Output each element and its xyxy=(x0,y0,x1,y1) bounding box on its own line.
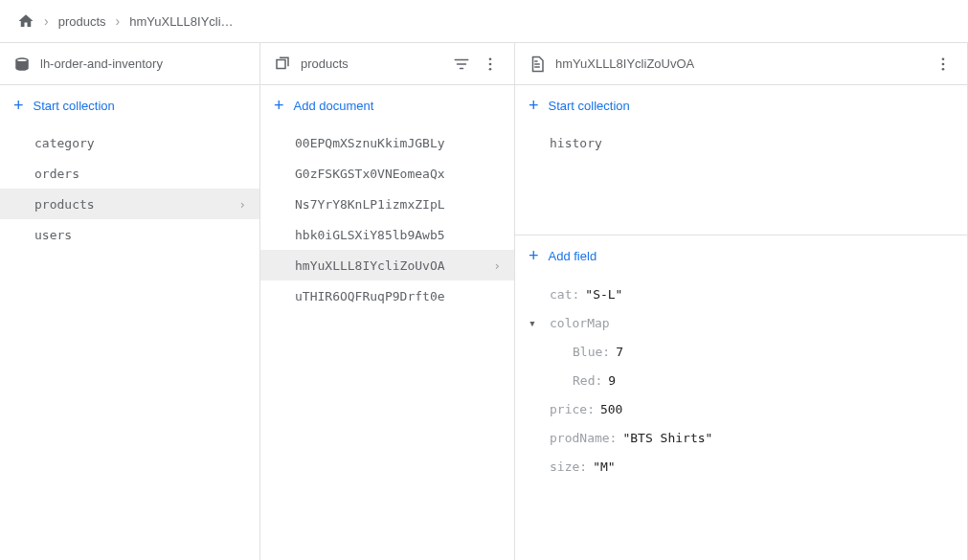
svg-point-1 xyxy=(489,62,492,65)
document-item[interactable]: Ns7YrY8KnLP1izmxZIpL xyxy=(260,189,514,219)
svg-point-3 xyxy=(942,57,945,60)
document-icon xyxy=(529,56,546,73)
database-icon xyxy=(13,56,31,73)
plus-icon: + xyxy=(529,97,539,114)
field-value: "BTS Shirts" xyxy=(622,431,712,445)
subcollection-item[interactable]: history xyxy=(515,127,967,158)
field-key: cat: xyxy=(550,287,579,302)
panel-collection: products + Add document 00EPQmXSznuKkimJ… xyxy=(260,43,515,560)
start-collection-button[interactable]: + Start collection xyxy=(0,85,259,125)
collection-item-label: products xyxy=(34,197,95,212)
chevron-right-icon: › xyxy=(116,13,121,29)
field-key: size: xyxy=(550,459,587,474)
collection-item[interactable]: products› xyxy=(0,189,259,219)
document-item[interactable]: uTHIR6OQFRuqP9Drft0e xyxy=(260,280,514,311)
chevron-right-icon: › xyxy=(238,197,246,212)
field-row[interactable]: cat: "S-L" xyxy=(515,280,967,308)
document-item-label: 00EPQmXSznuKkimJGBLy xyxy=(295,136,445,150)
field-key: prodName: xyxy=(550,431,617,445)
add-document-label: Add document xyxy=(294,99,374,113)
field-value: 500 xyxy=(600,402,622,416)
field-row-map[interactable]: ▾ colorMap xyxy=(515,308,967,337)
add-field-button[interactable]: + Add field xyxy=(515,235,967,276)
collection-list: categoryordersproducts›users xyxy=(0,125,259,250)
start-collection-label: Start collection xyxy=(34,99,115,113)
document-item[interactable]: G0zFSKGSTx0VNEomeaQx xyxy=(260,158,514,189)
collection-item-label: orders xyxy=(34,167,79,181)
collection-icon xyxy=(274,56,291,73)
breadcrumb: › products › hmYuXLLL8IYcli… xyxy=(0,0,968,42)
document-item[interactable]: hbk0iGLSXiY85lb9Awb5 xyxy=(260,219,514,250)
svg-point-2 xyxy=(489,67,492,70)
plus-icon: + xyxy=(529,247,539,264)
panel-document-title: hmYuXLLL8IYcliZoUvOA xyxy=(555,56,925,71)
field-value: 7 xyxy=(616,345,623,359)
collection-item-label: users xyxy=(34,228,72,242)
home-icon[interactable] xyxy=(17,12,34,30)
document-item-label: uTHIR6OQFRuqP9Drft0e xyxy=(295,289,445,303)
add-document-button[interactable]: + Add document xyxy=(260,85,514,125)
subcollection-list: history xyxy=(515,125,967,158)
collection-item[interactable]: orders xyxy=(0,158,259,189)
panel-collection-header: products xyxy=(260,43,514,85)
document-item[interactable]: hmYuXLLL8IYcliZoUvOA› xyxy=(260,250,514,280)
field-key: colorMap xyxy=(550,316,610,330)
chevron-right-icon: › xyxy=(44,13,49,29)
more-icon[interactable] xyxy=(482,56,501,73)
field-value: "S-L" xyxy=(585,287,622,302)
field-row[interactable]: price: 500 xyxy=(515,394,967,423)
collection-item[interactable]: category xyxy=(0,127,259,158)
field-value: 9 xyxy=(608,373,616,388)
field-key: price: xyxy=(550,402,595,416)
field-row-nested[interactable]: Red: 9 xyxy=(515,366,967,394)
start-subcollection-label: Start collection xyxy=(549,99,630,113)
breadcrumb-item[interactable]: hmYuXLLL8IYcli… xyxy=(129,14,233,29)
panel-root: lh-order-and-inventory + Start collectio… xyxy=(0,43,260,560)
svg-point-0 xyxy=(489,57,492,60)
svg-point-5 xyxy=(942,67,945,70)
plus-icon: + xyxy=(274,97,284,114)
chevron-right-icon: › xyxy=(493,258,501,273)
document-list: 00EPQmXSznuKkimJGBLyG0zFSKGSTx0VNEomeaQx… xyxy=(260,125,514,311)
document-item-label: G0zFSKGSTx0VNEomeaQx xyxy=(295,167,445,181)
more-icon[interactable] xyxy=(934,56,954,73)
panel-document: hmYuXLLL8IYcliZoUvOA + Start collection … xyxy=(515,43,968,560)
document-item[interactable]: 00EPQmXSznuKkimJGBLy xyxy=(260,127,514,158)
document-item-label: Ns7YrY8KnLP1izmxZIpL xyxy=(295,197,445,212)
field-row[interactable]: size: "M" xyxy=(515,452,967,481)
collection-item-label: category xyxy=(34,136,95,150)
breadcrumb-item[interactable]: products xyxy=(58,14,106,29)
field-row[interactable]: prodName: "BTS Shirts" xyxy=(515,423,967,452)
panel-root-title: lh-order-and-inventory xyxy=(40,56,246,71)
field-row-nested[interactable]: Blue: 7 xyxy=(515,337,967,366)
start-subcollection-button[interactable]: + Start collection xyxy=(515,85,967,125)
panel-document-header: hmYuXLLL8IYcliZoUvOA xyxy=(515,43,967,85)
collection-item[interactable]: users xyxy=(0,219,259,250)
fields-list: cat: "S-L" ▾ colorMap Blue: 7 Red: 9 pri… xyxy=(515,276,967,490)
subcollection-label: history xyxy=(550,136,602,150)
panel-collection-title: products xyxy=(301,56,443,71)
document-item-label: hmYuXLLL8IYcliZoUvOA xyxy=(295,258,445,273)
panels: lh-order-and-inventory + Start collectio… xyxy=(0,42,968,560)
document-item-label: hbk0iGLSXiY85lb9Awb5 xyxy=(295,228,445,242)
field-value: "M" xyxy=(593,459,615,474)
add-field-label: Add field xyxy=(549,249,597,263)
panel-root-header: lh-order-and-inventory xyxy=(0,43,259,85)
plus-icon: + xyxy=(13,97,24,114)
field-key: Blue: xyxy=(573,345,610,359)
caret-down-icon[interactable]: ▾ xyxy=(529,316,536,330)
field-key: Red: xyxy=(573,373,602,388)
svg-point-4 xyxy=(942,62,945,65)
filter-icon[interactable] xyxy=(453,56,472,73)
